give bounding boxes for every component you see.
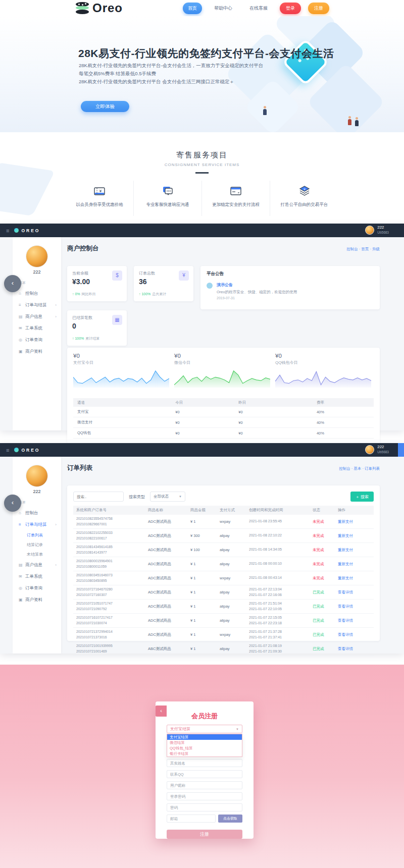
order-product: ADC测试商品 — [148, 562, 190, 567]
settlement-select[interactable]: 支付宝结算 ▼ — [167, 725, 242, 733]
channel-cell: ¥0 — [238, 431, 317, 436]
register-input-登录密码[interactable] — [167, 792, 242, 800]
sidebar-item-订单查询[interactable]: ◎订单查询 — [13, 582, 61, 594]
menu-item-label: 控制台 — [25, 291, 38, 297]
sidebar-avatar — [26, 465, 48, 487]
nav-link-首页[interactable]: 首页 — [183, 3, 202, 14]
sidebar-collapse-button[interactable]: ‹ — [4, 275, 21, 292]
order-action-link[interactable]: 查看详情 — [338, 646, 368, 652]
order-action-link[interactable]: 重新支付 — [338, 519, 368, 524]
order-numbers: 20210108221022550332021010822100617 — [73, 530, 148, 540]
order-action-link[interactable]: 重新支付 — [338, 562, 368, 567]
submit-register-button[interactable]: 注册 — [167, 830, 242, 839]
search-input[interactable] — [73, 492, 124, 502]
order-pay-type: alipay — [220, 590, 249, 594]
register-input-密码[interactable] — [167, 803, 242, 811]
sidebar-item-商户资料[interactable]: ▣商户资料 — [13, 594, 61, 606]
sidebar-item-商户信息[interactable]: ▤商户信息› — [13, 559, 61, 571]
stat-card-balance: 当前余额 ¥3.00 $ ↑ 0%同比昨日 — [67, 266, 127, 301]
register-fields: 点击获取注册 — [167, 759, 242, 839]
trade-no: 2021010823554574758 — [76, 516, 148, 521]
service-item[interactable]: ¥ 打造公平自由的交易平台 — [270, 181, 338, 216]
sidebar-subitem-结算记录[interactable]: 结算记录 — [13, 540, 61, 550]
order-action-link[interactable]: 查看详情 — [338, 632, 368, 637]
order-action-link[interactable]: 查看详情 — [338, 618, 368, 623]
sidebar-item-订单与结算[interactable]: ≡订单与结算› — [13, 299, 61, 311]
sidebar-item-工单系统[interactable]: ✉工单系统 — [13, 571, 61, 582]
chevron-down-icon: ▼ — [236, 728, 239, 731]
order-action-link[interactable]: 查看详情 — [338, 590, 368, 595]
register-input-用户昵称[interactable] — [167, 781, 242, 789]
brand-logo[interactable]: Oreo — [75, 1, 123, 15]
sidebar: 222 基本 ⌂控制台≡订单与结算›▤商户信息›✉工单系统◎订单查询▣商户资料 — [13, 237, 61, 430]
email-input[interactable] — [167, 815, 216, 823]
sidebar-subitem-订单列表[interactable]: 订单列表 — [13, 530, 61, 540]
service-item[interactable]: 更加稳定安全的支付流程 — [202, 181, 270, 216]
chart-amount: ¥0 — [174, 353, 270, 359]
service-item[interactable]: ¥ 以会员身份享受优惠价格 — [66, 181, 134, 216]
menu-icon[interactable]: ≡ — [6, 447, 9, 453]
out-trade-no: 2021010803450895 — [76, 578, 148, 583]
menu-item-icon: ≡ — [19, 522, 25, 527]
order-action-link[interactable]: 重新支付 — [338, 576, 368, 581]
status-select[interactable]: 全部状态 ▼ — [150, 492, 185, 502]
quick-settings-tab[interactable] — [398, 443, 404, 457]
sidebar-item-控制台[interactable]: ⌂控制台 — [13, 288, 61, 299]
menu-item-label: 订单与结算 — [25, 522, 47, 528]
order-status: 未完成 — [313, 519, 338, 524]
sidebar-collapse-button[interactable]: ‹ — [4, 495, 21, 512]
sidebar-item-订单查询[interactable]: ◎订单查询 — [13, 334, 61, 346]
settlement-option-支付宝结算[interactable]: 支付宝结算 — [167, 734, 242, 740]
announcement-link[interactable]: 演示公告 — [217, 282, 297, 288]
status-select-value: 全部状态 — [154, 494, 169, 499]
chart-label: 支付宝今日 — [73, 360, 169, 365]
sidebar-item-商户信息[interactable]: ▤商户信息› — [13, 311, 61, 322]
navbar-user[interactable]: 222 Ub5683 — [365, 225, 389, 235]
sidebar: 222 基本 ⌂控制台≡订单与结算›订单列表结算记录未结算单▤商户信息›✉工单系… — [13, 457, 61, 654]
service-item[interactable]: 专业客服快速响应沟通 — [134, 181, 202, 216]
order-numbers: 20210107210510717472021010721090792 — [73, 601, 148, 611]
logo-dot-icon — [14, 228, 19, 233]
order-pay-type: wxpay — [220, 519, 249, 524]
register-input-联系QQ[interactable] — [167, 770, 242, 778]
out-trade-no: 2021010721373016 — [76, 635, 148, 640]
order-numbers: 20210108235545747582021010829667001 — [73, 516, 148, 526]
try-now-button[interactable]: 立即体验 — [81, 101, 129, 112]
sidebar-item-工单系统[interactable]: ✉工单系统 — [13, 322, 61, 334]
services-subtitle: CONSIGNMENT SERVICE ITEMS — [0, 162, 404, 167]
settlement-option-银行卡结算[interactable]: 银行卡结算 — [167, 751, 242, 756]
created-time: 2021-01-07 21:08:19 — [249, 643, 313, 649]
settlement-option-QQ钱包_结算[interactable]: QQ钱包_结算 — [167, 745, 242, 751]
register-button[interactable]: 注册 — [308, 3, 329, 14]
breadcrumb[interactable]: 控制台 · 基本 · 订单列表 — [339, 466, 380, 471]
sidebar-subitem-未结算单[interactable]: 未结算单 — [13, 550, 61, 559]
channel-table: 通道今日昨日费率 支付宝¥0¥040%微信支付¥0¥040%QQ钱包¥0¥040… — [73, 398, 374, 439]
channel-row: QQ钱包¥0¥040% — [73, 428, 374, 439]
nav-link-帮助中心[interactable]: 帮助中心 — [209, 3, 237, 14]
orders-table-body: 20210108235545747582021010829667001ADC测试… — [67, 515, 380, 656]
order-action-link[interactable]: 重新支付 — [338, 533, 368, 538]
order-action-link[interactable]: 重新支付 — [338, 548, 368, 553]
search-button[interactable]: ＋ 搜索 — [350, 492, 374, 502]
breadcrumb[interactable]: 控制台 · 首页 · 升级 — [346, 247, 380, 252]
trade-no: 2021010716107217417 — [76, 615, 148, 620]
nav-link-在线客服[interactable]: 在线客服 — [244, 3, 273, 14]
channel-row: 微信支付¥0¥040% — [73, 417, 374, 428]
navbar-user[interactable]: 222 Ub5683 — [365, 445, 389, 454]
sidebar-item-商户资料[interactable]: ▣商户资料 — [13, 346, 61, 357]
sidebar-item-订单与结算[interactable]: ≡订单与结算› — [13, 519, 61, 530]
order-action-link[interactable]: 查看详情 — [338, 604, 368, 609]
order-amount: ¥ 300 — [190, 533, 220, 538]
menu-icon[interactable]: ≡ — [6, 228, 9, 234]
back-button[interactable]: ‹ — [156, 706, 167, 717]
settlement-option-微信结算[interactable]: 微信结算 — [167, 740, 242, 745]
created-time: 2021-01-08 14:34:05 — [249, 547, 313, 553]
menu-item-label: 商户信息 — [25, 562, 42, 568]
person-figure — [263, 106, 267, 115]
sidebar-item-控制台[interactable]: ⌂控制台 — [13, 507, 61, 519]
get-code-button[interactable]: 点击获取 — [218, 815, 242, 823]
menu-item-label: 订单与结算 — [25, 302, 47, 308]
login-button[interactable]: 登录 — [280, 3, 301, 14]
register-input-真实姓名[interactable] — [167, 759, 242, 767]
trade-no: 2021010721372994014 — [76, 629, 148, 634]
